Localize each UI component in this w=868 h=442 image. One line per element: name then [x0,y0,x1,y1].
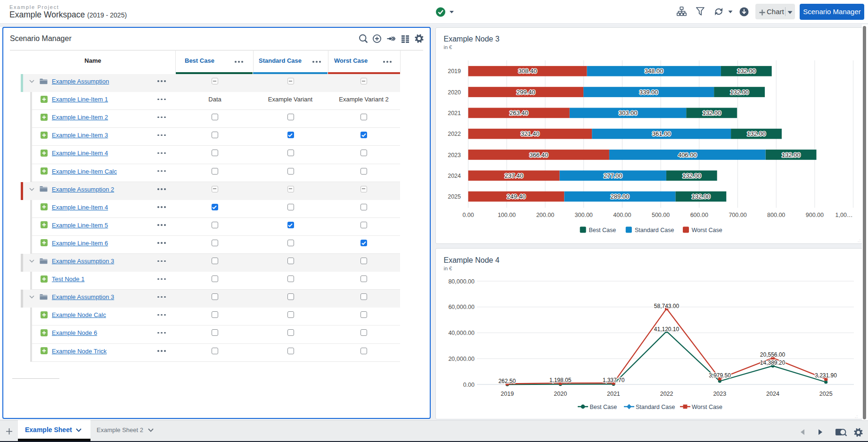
svg-text:249.40: 249.40 [507,193,526,200]
svg-text:406.00: 406.00 [678,151,697,158]
svg-text:132.00: 132.00 [692,193,711,200]
svg-text:1,00…: 1,00… [835,212,853,218]
svg-text:0.00: 0.00 [462,212,474,218]
svg-text:20,556.00: 20,556.00 [760,351,786,358]
svg-text:20,000.00: 20,000.00 [448,356,475,362]
svg-text:0.00: 0.00 [463,382,475,388]
svg-text:Best Case: Best Case [590,404,617,410]
svg-text:132.00: 132.00 [730,89,749,96]
svg-text:132.00: 132.00 [702,109,721,117]
svg-text:80,000.00: 80,000.00 [448,278,475,285]
svg-text:2023: 2023 [713,391,726,397]
svg-text:Standard Case: Standard Case [635,227,674,234]
svg-text:2024: 2024 [766,391,779,397]
svg-text:348.00: 348.00 [645,67,663,75]
svg-text:1,198.05: 1,198.05 [549,377,572,384]
svg-text:300.00: 300.00 [575,212,593,218]
svg-text:Worst Case: Worst Case [692,227,722,234]
svg-text:1,337.70: 1,337.70 [603,377,625,384]
svg-text:299.40: 299.40 [516,89,535,96]
svg-text:40,000.00: 40,000.00 [448,330,475,336]
svg-text:2022: 2022 [660,391,673,397]
svg-text:3,979.50: 3,979.50 [709,372,731,379]
svg-text:237.40: 237.40 [505,172,524,179]
svg-text:3,231.90: 3,231.90 [815,372,837,379]
svg-text:361.00: 361.00 [652,130,671,137]
svg-text:2023: 2023 [448,152,461,158]
svg-text:800.00: 800.00 [767,212,785,218]
svg-text:2025: 2025 [819,391,833,397]
svg-text:700.00: 700.00 [729,212,746,218]
svg-text:2025: 2025 [448,193,461,200]
svg-text:263.40: 263.40 [509,109,528,117]
svg-text:2022: 2022 [448,131,461,137]
svg-text:366.40: 366.40 [529,151,548,158]
svg-text:132.00: 132.00 [747,130,766,137]
svg-text:900.00: 900.00 [806,212,824,218]
svg-text:2024: 2024 [448,173,461,179]
svg-text:100.00: 100.00 [498,212,516,218]
svg-text:2019: 2019 [448,68,461,75]
svg-text:2021: 2021 [607,391,620,397]
svg-text:132.00: 132.00 [737,67,756,75]
svg-text:600.00: 600.00 [690,212,708,218]
svg-text:277.00: 277.00 [604,172,622,179]
svg-text:2021: 2021 [448,110,461,117]
svg-text:200.00: 200.00 [536,212,554,218]
svg-text:400.00: 400.00 [613,212,631,218]
svg-text:500.00: 500.00 [652,212,670,218]
svg-text:14,389.20: 14,389.20 [760,359,786,366]
svg-text:289.00: 289.00 [611,193,630,200]
svg-text:132.00: 132.00 [782,151,801,158]
svg-text:Standard Case: Standard Case [636,404,675,410]
svg-text:41,120.10: 41,120.10 [654,326,680,333]
svg-text:2019: 2019 [501,391,514,397]
svg-text:308.40: 308.40 [518,67,537,75]
svg-text:58,743.00: 58,743.00 [654,303,680,309]
svg-text:2020: 2020 [554,391,567,397]
svg-text:132.00: 132.00 [682,172,701,179]
svg-text:2020: 2020 [448,89,461,96]
svg-text:262.50: 262.50 [499,378,516,384]
svg-text:Best Case: Best Case [589,227,616,234]
svg-text:60,000.00: 60,000.00 [448,304,475,310]
svg-text:Worst Case: Worst Case [692,404,722,410]
svg-text:339.00: 339.00 [639,89,658,96]
svg-text:321.40: 321.40 [521,130,540,137]
svg-text:303.00: 303.00 [619,109,638,117]
